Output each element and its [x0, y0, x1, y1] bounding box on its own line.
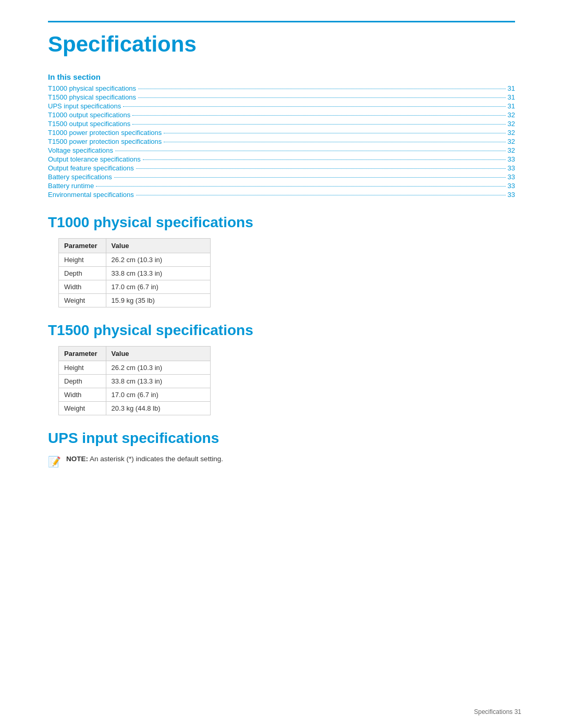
toc-link[interactable]: Battery runtime — [48, 182, 94, 190]
value-cell: 33.8 cm (13.3 in) — [106, 267, 210, 280]
table-row: Width 17.0 cm (6.7 in) — [59, 388, 211, 402]
toc-dots — [114, 177, 506, 178]
t1500-col-param: Parameter — [59, 347, 106, 361]
value-cell: 33.8 cm (13.3 in) — [106, 375, 210, 388]
toc-item: T1500 output specifications 32 — [48, 120, 515, 128]
param-cell: Depth — [59, 267, 106, 280]
t1000-col-param: Parameter — [59, 239, 106, 253]
toc-link[interactable]: Output tolerance specifications — [48, 155, 141, 163]
toc-list: T1000 physical specifications 31 T1500 p… — [48, 84, 515, 199]
t1500-col-value: Value — [106, 347, 210, 361]
ups-section-title: UPS input specifications — [48, 430, 515, 447]
toc-dots — [164, 133, 505, 133]
toc-item: Voltage specifications 32 — [48, 146, 515, 154]
top-rule — [48, 21, 515, 22]
value-cell: 26.2 cm (10.3 in) — [106, 253, 210, 267]
toc-item: Battery specifications 33 — [48, 173, 515, 181]
table-row: Height 26.2 cm (10.3 in) — [59, 253, 211, 267]
toc-section: In this section T1000 physical specifica… — [48, 72, 515, 199]
table-row: Depth 33.8 cm (13.3 in) — [59, 267, 211, 280]
toc-link[interactable]: Battery specifications — [48, 173, 112, 181]
param-cell: Width — [59, 280, 106, 294]
value-cell: 26.2 cm (10.3 in) — [106, 361, 210, 375]
toc-section-label: In this section — [48, 72, 515, 81]
toc-dots — [115, 151, 506, 151]
toc-link[interactable]: T1000 power protection specifications — [48, 129, 162, 137]
toc-item: T1500 power protection specifications 32 — [48, 138, 515, 145]
toc-item: T1000 power protection specifications 32 — [48, 129, 515, 137]
note-text: NOTE: An asterisk (*) indicates the defa… — [66, 455, 223, 463]
toc-dots — [123, 106, 505, 107]
toc-dots — [132, 124, 505, 125]
param-cell: Width — [59, 388, 106, 402]
toc-page: 32 — [508, 146, 515, 154]
footer: Specifications 31 — [474, 708, 521, 715]
table-row: Height 26.2 cm (10.3 in) — [59, 361, 211, 375]
param-cell: Height — [59, 253, 106, 267]
t1000-section: T1000 physical specifications Parameter … — [48, 214, 515, 307]
ups-section: UPS input specifications 📝 NOTE: An aste… — [48, 430, 515, 468]
toc-item: Output feature specifications 33 — [48, 164, 515, 172]
value-cell: 15.9 kg (35 lb) — [106, 294, 210, 307]
toc-link[interactable]: T1000 physical specifications — [48, 84, 136, 92]
toc-dots — [136, 168, 506, 169]
note-body: An asterisk (*) indicates the default se… — [90, 455, 223, 463]
param-cell: Weight — [59, 294, 106, 307]
toc-dots — [96, 186, 505, 187]
toc-page: 33 — [508, 191, 515, 199]
toc-item: T1000 output specifications 32 — [48, 111, 515, 119]
toc-page: 33 — [508, 155, 515, 163]
t1000-spec-table: Parameter Value Height 26.2 cm (10.3 in)… — [58, 238, 211, 307]
t1500-section-title: T1500 physical specifications — [48, 322, 515, 339]
toc-page: 32 — [508, 129, 515, 137]
value-cell: 20.3 kg (44.8 lb) — [106, 402, 210, 415]
toc-link[interactable]: T1500 output specifications — [48, 120, 130, 128]
toc-item: T1500 physical specifications 31 — [48, 93, 515, 101]
note-box: 📝 NOTE: An asterisk (*) indicates the de… — [48, 455, 515, 468]
toc-link[interactable]: T1000 output specifications — [48, 111, 130, 119]
toc-page: 32 — [508, 120, 515, 128]
table-row: Width 17.0 cm (6.7 in) — [59, 280, 211, 294]
toc-page: 32 — [508, 138, 515, 145]
toc-link[interactable]: UPS input specifications — [48, 102, 121, 110]
toc-item: Output tolerance specifications 33 — [48, 155, 515, 163]
toc-dots — [143, 159, 506, 160]
param-cell: Height — [59, 361, 106, 375]
footer-text: Specifications 31 — [474, 708, 521, 715]
toc-page: 33 — [508, 173, 515, 181]
toc-page: 31 — [508, 84, 515, 92]
page-title: Specifications — [48, 32, 515, 57]
param-cell: Depth — [59, 375, 106, 388]
value-cell: 17.0 cm (6.7 in) — [106, 388, 210, 402]
toc-dots — [138, 89, 505, 89]
toc-item: UPS input specifications 31 — [48, 102, 515, 110]
table-row: Weight 20.3 kg (44.8 lb) — [59, 402, 211, 415]
toc-item: Environmental specifications 33 — [48, 191, 515, 199]
t1500-spec-table: Parameter Value Height 26.2 cm (10.3 in)… — [58, 346, 211, 415]
t1000-section-title: T1000 physical specifications — [48, 214, 515, 231]
note-icon: 📝 — [48, 455, 61, 468]
table-row: Depth 33.8 cm (13.3 in) — [59, 375, 211, 388]
toc-dots — [132, 115, 505, 116]
toc-dots — [164, 142, 505, 142]
toc-link[interactable]: Voltage specifications — [48, 146, 113, 154]
toc-link[interactable]: Output feature specifications — [48, 164, 134, 172]
toc-link[interactable]: T1500 power protection specifications — [48, 138, 162, 145]
toc-link[interactable]: T1500 physical specifications — [48, 93, 136, 101]
param-cell: Weight — [59, 402, 106, 415]
toc-page: 33 — [508, 182, 515, 190]
value-cell: 17.0 cm (6.7 in) — [106, 280, 210, 294]
toc-page: 33 — [508, 164, 515, 172]
toc-item: T1000 physical specifications 31 — [48, 84, 515, 92]
page-container: Specifications In this section T1000 phy… — [0, 0, 563, 499]
t1000-col-value: Value — [106, 239, 210, 253]
t1500-section: T1500 physical specifications Parameter … — [48, 322, 515, 415]
table-row: Weight 15.9 kg (35 lb) — [59, 294, 211, 307]
note-label: NOTE: — [66, 455, 88, 463]
toc-link[interactable]: Environmental specifications — [48, 191, 134, 199]
toc-dots — [136, 195, 506, 195]
toc-item: Battery runtime 33 — [48, 182, 515, 190]
toc-page: 32 — [508, 111, 515, 119]
toc-page: 31 — [508, 102, 515, 110]
toc-dots — [138, 97, 505, 98]
